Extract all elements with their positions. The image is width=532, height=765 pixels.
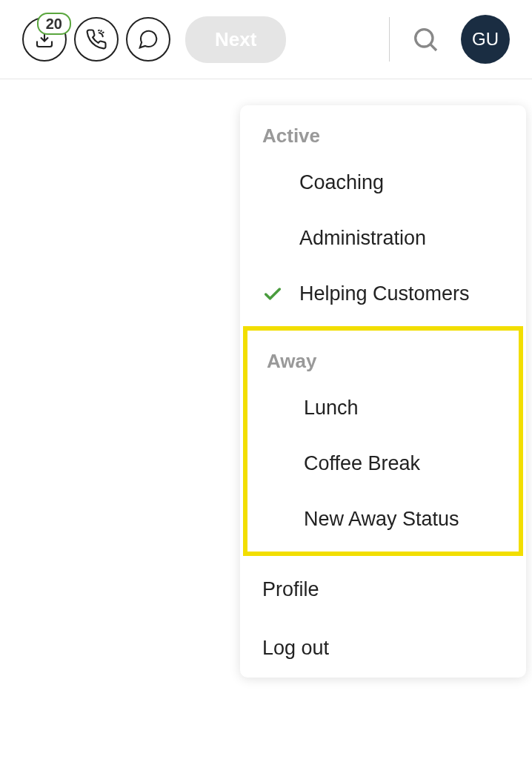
- active-section-header: Active: [240, 105, 526, 155]
- status-item-helping-customers[interactable]: Helping Customers: [240, 266, 526, 322]
- check-icon: [262, 284, 283, 305]
- svg-point-0: [416, 30, 433, 47]
- status-item-coaching[interactable]: Coaching: [240, 155, 526, 211]
- inbox-badge: 20: [37, 13, 71, 35]
- status-item-administration[interactable]: Administration: [240, 211, 526, 266]
- status-item-new-away-status[interactable]: New Away Status: [247, 491, 519, 547]
- status-item-lunch[interactable]: Lunch: [247, 380, 519, 436]
- avatar[interactable]: GU: [461, 15, 510, 64]
- header-bar: 20 Next GU: [0, 0, 532, 79]
- header-divider: [389, 17, 390, 62]
- status-label: Lunch: [304, 397, 359, 420]
- status-label: Administration: [299, 227, 426, 250]
- chat-icon: [137, 28, 159, 50]
- logout-link[interactable]: Log out: [240, 619, 526, 678]
- away-section-highlight: Away Lunch Coffee Break New Away Status: [243, 326, 523, 556]
- check-slot: [262, 284, 299, 305]
- status-label: Helping Customers: [299, 282, 470, 305]
- phone-button[interactable]: [74, 17, 119, 62]
- status-item-coffee-break[interactable]: Coffee Break: [247, 436, 519, 491]
- status-label: Coaching: [299, 171, 384, 194]
- search-icon[interactable]: [410, 24, 440, 54]
- inbox-button[interactable]: 20: [22, 17, 67, 62]
- profile-link[interactable]: Profile: [240, 560, 526, 619]
- away-section-header: Away: [247, 331, 519, 380]
- next-button[interactable]: Next: [185, 16, 286, 63]
- status-label: Coffee Break: [304, 452, 420, 475]
- chat-button[interactable]: [126, 17, 170, 62]
- status-dropdown: Active Coaching Administration Helping C…: [240, 105, 526, 678]
- status-label: New Away Status: [304, 508, 459, 531]
- phone-icon: [85, 28, 107, 50]
